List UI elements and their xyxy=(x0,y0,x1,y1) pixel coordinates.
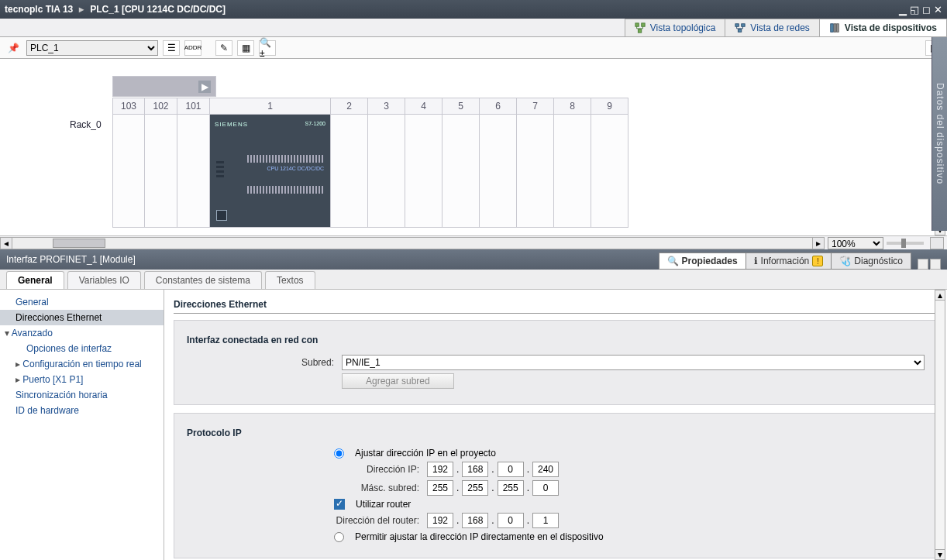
insp-min-icon[interactable] xyxy=(918,259,928,270)
subnet-select[interactable]: PN/IE_1 xyxy=(342,355,925,370)
slot-hdr-102: 102 xyxy=(145,98,177,115)
tab-devices-label: Vista de dispositivos xyxy=(845,22,937,33)
ip-octet-4[interactable] xyxy=(532,462,559,477)
tab-devices[interactable]: Vista de dispositivos xyxy=(819,19,947,36)
content-scroll-down-icon[interactable]: ▾ xyxy=(935,549,945,560)
inspector-header: Interfaz PROFINET_1 [Module] 🔍 Propiedad… xyxy=(0,249,947,270)
mask-octet-3[interactable] xyxy=(498,480,524,496)
slot-9[interactable] xyxy=(591,115,628,228)
tab-texts[interactable]: Textos xyxy=(265,271,315,289)
tab-network-label: Vista de redes xyxy=(750,22,810,33)
router-octet-2[interactable] xyxy=(462,513,488,528)
grid-button[interactable]: ▦ xyxy=(237,40,254,56)
zoom-select[interactable]: 100% xyxy=(828,237,883,249)
insp-max-icon[interactable] xyxy=(930,259,941,270)
scroll-left-icon[interactable]: ◂ xyxy=(0,237,12,249)
device-view[interactable]: Rack_0 ▶ 103 102 101 1 2 3 4 5 6 7 8 9 S… xyxy=(0,59,947,235)
slot-1-cpu[interactable]: SIEMENS S7-1200 CPU 1214C DC/DC/DC xyxy=(210,115,331,228)
cpu-brand: SIEMENS xyxy=(215,121,248,128)
slot-103[interactable] xyxy=(112,115,145,228)
radio-ip-on-device-label: Permitir ajustar la dirección IP directa… xyxy=(355,531,604,542)
properties-icon: 🔍 xyxy=(667,256,679,266)
play-right-icon[interactable]: ▶ xyxy=(198,81,211,93)
device-select[interactable]: PLC_1 xyxy=(26,40,158,56)
cpu-leds-icon xyxy=(216,161,224,180)
ip-octet-3[interactable] xyxy=(498,462,524,477)
zoom-slider[interactable] xyxy=(887,242,924,245)
radio-ip-on-device[interactable] xyxy=(334,532,344,542)
content-scroll-track[interactable] xyxy=(935,301,945,549)
slot-2[interactable] xyxy=(331,115,368,228)
maximize-icon[interactable]: ◻ xyxy=(922,4,931,15)
cpu-model: S7-1200 xyxy=(305,121,325,126)
tree-time-sync[interactable]: Sincronización horaria xyxy=(0,387,164,403)
tab-network[interactable]: Vista de redes xyxy=(725,19,820,36)
slot-hdr-7: 7 xyxy=(517,98,554,115)
cpu-module[interactable]: SIEMENS S7-1200 CPU 1214C DC/DC/DC xyxy=(210,115,330,227)
tab-system-constants[interactable]: Constantes de sistema xyxy=(144,271,262,289)
slot-6[interactable] xyxy=(480,115,517,228)
label-subnet-mask: Másc. subred: xyxy=(187,483,419,493)
slot-102[interactable] xyxy=(145,115,177,228)
ip-octet-2[interactable] xyxy=(462,462,488,477)
router-octet-4[interactable] xyxy=(532,513,559,528)
slot-5[interactable] xyxy=(443,115,480,228)
property-content: Direcciones Ethernet Interfaz conectada … xyxy=(164,290,947,560)
mask-octet-1[interactable] xyxy=(427,480,453,496)
tab-properties[interactable]: 🔍 Propiedades xyxy=(659,253,746,270)
router-octet-1[interactable] xyxy=(427,513,453,528)
slot-3[interactable] xyxy=(368,115,405,228)
tab-general[interactable]: General xyxy=(6,271,64,289)
mask-octet-4[interactable] xyxy=(532,480,559,496)
tree-general[interactable]: General xyxy=(0,294,164,310)
zoom-button[interactable]: 🔍± xyxy=(259,40,276,56)
rack-navigator[interactable]: ▶ xyxy=(112,76,216,97)
label-ip-address: Dirección IP: xyxy=(187,464,419,475)
minimize-icon[interactable]: ▁ xyxy=(899,4,907,15)
tab-information[interactable]: ℹ Información ! xyxy=(746,253,832,270)
hscroll-track[interactable] xyxy=(12,237,812,249)
mask-octet-2[interactable] xyxy=(462,480,488,496)
topology-icon xyxy=(635,22,646,33)
tab-topology[interactable]: Vista topológica xyxy=(625,19,726,36)
label-router-address: Dirección del router: xyxy=(187,515,419,526)
scroll-right-icon[interactable]: ▸ xyxy=(812,237,825,249)
side-panel-device-data[interactable]: Datos del dispositivo xyxy=(932,37,947,231)
ip-octet-1[interactable] xyxy=(427,462,453,477)
restore-icon[interactable]: ◱ xyxy=(910,4,919,15)
checkbox-use-router[interactable] xyxy=(334,499,345,510)
tree-realtime-config[interactable]: Configuración en tiempo real xyxy=(0,356,164,372)
zoom-fit-button[interactable] xyxy=(930,237,944,249)
slot-header-row: 103 102 101 1 2 3 4 5 6 7 8 9 xyxy=(112,98,628,115)
tree-port-x1p1[interactable]: Puerto [X1 P1] xyxy=(0,372,164,387)
cpu-io-bottom-icon xyxy=(247,186,324,194)
content-vscroll[interactable]: ▴ ▾ xyxy=(935,290,945,560)
slot-4[interactable] xyxy=(405,115,443,228)
tree-advanced[interactable]: Avanzado xyxy=(0,325,164,341)
slot-7[interactable] xyxy=(517,115,554,228)
add-subnet-button[interactable]: Agregar subred xyxy=(342,373,454,389)
hscroll-thumb[interactable] xyxy=(53,239,105,248)
pin-icon[interactable]: 📌 xyxy=(5,40,22,57)
radio-ip-in-project[interactable] xyxy=(334,448,344,459)
inspector-tabs: 🔍 Propiedades ℹ Información ! 🩺 Diagnóst… xyxy=(659,249,941,270)
tab-diagnostics[interactable]: 🩺 Diagnóstico xyxy=(831,253,911,270)
subtitle-ip-protocol: Protocolo IP xyxy=(187,423,925,445)
tree-hardware-id[interactable]: ID de hardware xyxy=(0,403,164,418)
tab-variables-io[interactable]: Variables IO xyxy=(67,271,141,289)
content-scroll-up-icon[interactable]: ▴ xyxy=(935,290,945,301)
show-module-labels-button[interactable]: ☰ xyxy=(163,40,180,56)
slot-hdr-103: 103 xyxy=(112,98,145,115)
view-tabs: Vista topológica Vista de redes Vista de… xyxy=(0,19,947,37)
show-addr-button[interactable]: ADDR xyxy=(184,40,201,56)
ethernet-port-icon[interactable] xyxy=(216,210,227,221)
tree-ethernet-addresses[interactable]: Direcciones Ethernet xyxy=(0,310,164,325)
close-icon[interactable]: ✕ xyxy=(934,4,942,15)
slot-101[interactable] xyxy=(177,115,210,228)
slot-hdr-4: 4 xyxy=(405,98,443,115)
tree-interface-options[interactable]: Opciones de interfaz xyxy=(0,341,164,356)
highlight-button[interactable]: ✎ xyxy=(215,40,232,56)
property-tabs: General Variables IO Constantes de siste… xyxy=(0,270,947,290)
router-octet-3[interactable] xyxy=(498,513,524,528)
slot-8[interactable] xyxy=(554,115,591,228)
